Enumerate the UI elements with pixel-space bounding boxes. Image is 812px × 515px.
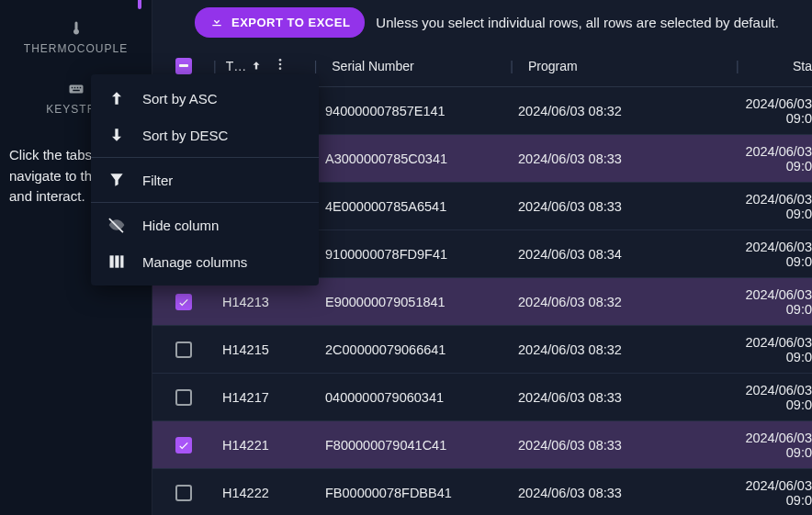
menu-item-label: Sort by ASC [142, 91, 218, 106]
row-checkbox-cell[interactable] [160, 389, 208, 406]
cell-serial: 9100000078FD9F41 [316, 247, 498, 262]
table-row[interactable]: H142152C000000790666412024/06/03 08:3220… [152, 326, 812, 374]
column-header-start[interactable]: Sta [745, 59, 812, 73]
arrow-up-icon [250, 60, 263, 73]
row-checkbox[interactable] [175, 389, 192, 406]
cell-start: 2024/06/03 09:0 [731, 240, 812, 269]
cell-tag: H14215 [219, 342, 305, 357]
row-checkbox[interactable] [175, 485, 192, 501]
cell-start: 2024/06/03 09:0 [731, 431, 812, 460]
row-checkbox[interactable] [175, 341, 192, 358]
svg-rect-4 [79, 87, 81, 89]
selection-hint: Unless you select individual rows, all r… [376, 15, 779, 30]
header-select-all[interactable] [160, 58, 208, 74]
keyboard-icon [68, 81, 85, 97]
column-menu-button[interactable] [273, 57, 288, 74]
menu-hide-column[interactable]: Hide column [91, 207, 319, 243]
svg-rect-0 [69, 85, 83, 94]
row-checkbox-cell[interactable] [160, 437, 208, 453]
svg-rect-5 [73, 90, 80, 92]
menu-item-label: Sort by DESC [142, 128, 228, 143]
cell-start: 2024/06/03 09:0 [731, 192, 812, 221]
menu-item-label: Manage columns [142, 254, 247, 270]
svg-rect-3 [76, 87, 78, 89]
cell-start: 2024/06/03 09:0 [731, 478, 812, 508]
cell-program: 2024/06/03 08:32 [509, 295, 720, 309]
cell-serial: F800000079041C41 [316, 438, 498, 453]
column-header-label: Program [528, 59, 578, 73]
svg-rect-10 [115, 255, 118, 267]
eye-off-icon [107, 216, 126, 234]
cell-program: 2024/06/03 08:34 [509, 247, 720, 262]
column-separator: | [309, 59, 323, 73]
arrow-down-icon [107, 126, 126, 144]
cell-start: 2024/06/03 09:0 [731, 144, 812, 174]
cell-serial: 940000007857E141 [316, 104, 498, 118]
cell-tag: H14217 [219, 390, 305, 405]
table-row[interactable]: H14222FB00000078FDBB412024/06/03 08:3320… [152, 469, 812, 515]
cell-tag: H14213 [219, 295, 305, 309]
row-checkbox[interactable] [175, 294, 192, 310]
select-all-checkbox[interactable] [175, 58, 192, 74]
column-header-label: T… [226, 59, 247, 73]
thermometer-icon [68, 20, 85, 37]
column-menu: Sort by ASC Sort by DESC Filter Hide col… [91, 74, 319, 285]
cell-serial: 0400000079060341 [316, 390, 498, 405]
menu-separator [91, 202, 319, 203]
export-to-excel-button[interactable]: EXPORT TO EXCEL [195, 7, 365, 38]
column-header-label: Serial Number [332, 59, 413, 73]
row-checkbox[interactable] [175, 437, 192, 453]
cell-serial: 2C00000079066641 [316, 342, 498, 357]
cell-tag: H14222 [219, 486, 305, 500]
cell-program: 2024/06/03 08:33 [509, 486, 720, 500]
svg-rect-11 [120, 255, 123, 267]
arrow-up-icon [107, 89, 126, 107]
svg-point-8 [279, 67, 282, 70]
row-checkbox-cell[interactable] [160, 294, 208, 310]
cell-start: 2024/06/03 09:0 [731, 287, 812, 317]
cell-program: 2024/06/03 08:33 [509, 151, 720, 166]
column-header-label: Sta [793, 59, 812, 73]
column-header-tag[interactable]: T… [222, 57, 309, 74]
svg-point-7 [279, 63, 282, 66]
menu-separator [91, 157, 319, 158]
columns-icon [107, 252, 126, 271]
cell-serial: E900000079051841 [316, 295, 498, 309]
cell-serial: A3000000785C0341 [316, 151, 498, 166]
svg-rect-2 [73, 87, 75, 89]
table-row[interactable]: H14221F800000079041C412024/06/03 08:3320… [152, 421, 812, 469]
cell-serial: FB00000078FDBB41 [316, 486, 498, 500]
cell-tag: H14221 [219, 438, 305, 453]
export-button-label: EXPORT TO EXCEL [231, 16, 350, 29]
active-indicator [138, 0, 141, 9]
column-header-serial[interactable]: Serial Number [322, 59, 504, 73]
cell-start: 2024/06/03 09:0 [731, 335, 812, 364]
cell-start: 2024/06/03 09:0 [731, 383, 812, 412]
cell-program: 2024/06/03 08:32 [509, 342, 720, 357]
cell-start: 2024/06/03 09:0 [731, 96, 812, 126]
filter-icon [107, 171, 126, 189]
cell-program: 2024/06/03 08:33 [509, 390, 720, 405]
download-icon [209, 14, 224, 31]
row-checkbox-cell[interactable] [160, 341, 208, 358]
menu-manage-columns[interactable]: Manage columns [91, 243, 319, 280]
menu-sort-asc[interactable]: Sort by ASC [91, 80, 319, 117]
column-separator: | [504, 59, 519, 73]
toolbar: EXPORT TO EXCEL Unless you select indivi… [152, 2, 812, 45]
table-row[interactable]: H1421704000000790603412024/06/03 08:3320… [152, 374, 812, 421]
column-header-program[interactable]: Program [519, 59, 730, 73]
column-separator: | [208, 59, 222, 73]
menu-filter[interactable]: Filter [91, 162, 319, 198]
svg-point-6 [279, 59, 282, 62]
cell-program: 2024/06/03 08:32 [509, 104, 720, 118]
row-checkbox-cell[interactable] [160, 485, 208, 501]
sidebar-item-label: THERMOCOUPLE [24, 42, 128, 55]
svg-rect-9 [110, 255, 114, 267]
sidebar-item-thermocouple[interactable]: THERMOCOUPLE [0, 0, 152, 72]
menu-sort-desc[interactable]: Sort by DESC [91, 117, 319, 153]
cell-program: 2024/06/03 08:33 [509, 199, 720, 214]
cell-serial: 4E000000785A6541 [316, 199, 498, 214]
menu-item-label: Filter [142, 173, 173, 188]
svg-rect-1 [71, 87, 73, 89]
column-separator: | [730, 59, 745, 73]
